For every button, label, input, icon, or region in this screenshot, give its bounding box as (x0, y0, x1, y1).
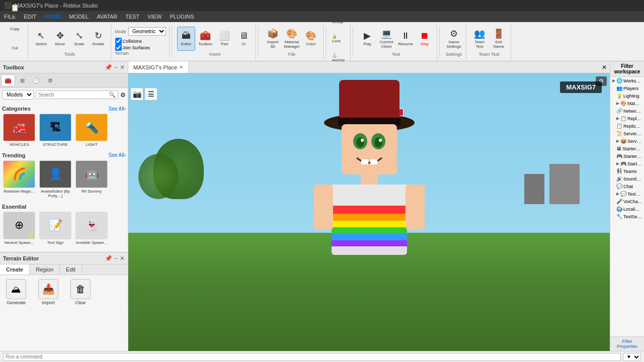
filter-properties-btn[interactable]: Filter Properties (610, 336, 644, 351)
status-dropdown[interactable]: ▼ (623, 353, 641, 361)
explorer-chat[interactable]: 💬 Chat (610, 183, 644, 190)
explorer-serversc[interactable]: 📜 ServerSc... (610, 130, 644, 137)
rotate-button[interactable]: ↻ Rotate (90, 27, 108, 51)
viewport-maximize-icon[interactable]: ✕ (599, 63, 610, 72)
explorer-lighting[interactable]: 💡 Lighting (610, 92, 644, 100)
terrain-minimize-icon[interactable]: − (114, 255, 118, 262)
collisions-checkbox[interactable] (115, 38, 122, 44)
explorer-replicate1[interactable]: ▶ 📋 Replicate... (610, 115, 644, 122)
generate-icon: ⛰ (6, 279, 26, 299)
explorer-voicha[interactable]: 🎤 VoiCha... (610, 198, 644, 205)
trending-rainbow[interactable]: 🌈 Rainbow Magic... (2, 159, 36, 200)
trending-r6-dummy[interactable]: 🤖 R6 Dummy (74, 159, 109, 200)
explorer-replicate2[interactable]: 📋 Replicate... (610, 122, 644, 130)
part-button[interactable]: ⬜ Part (215, 27, 233, 51)
explorer-teams[interactable]: 👫 Teams (610, 167, 644, 175)
game-settings-button[interactable]: ⚙ Game Settings (445, 27, 463, 51)
terrain-tab-region[interactable]: Region (30, 264, 60, 275)
toolbox-button[interactable]: 🧰 Toolbox (196, 27, 214, 51)
menu-edit[interactable]: EDIT (20, 11, 40, 22)
textchat-arrow: ▶ (616, 192, 619, 196)
explorer-workspace[interactable]: ▶ 🌐 Workspa... (610, 77, 644, 84)
starterpa-label: StarterPa... (623, 154, 642, 159)
tab-grid[interactable]: ⊞ (15, 74, 29, 86)
join-surfaces-checkbox[interactable] (115, 44, 122, 51)
vp-camera-btn[interactable]: 📷 (130, 87, 143, 101)
terrain-import-tool[interactable]: 📥 Import (36, 279, 60, 305)
select-button[interactable]: ↖ Select (32, 27, 50, 51)
search-input[interactable] (38, 92, 109, 98)
explorer-starterpa[interactable]: 🎮 StarterPa... (610, 152, 644, 160)
essential-invisible-spawn[interactable]: 👻 Invisible Spawn... (74, 211, 109, 246)
category-vehicles[interactable]: 🚒 VEHICLES (2, 113, 36, 148)
terrain-tab-create[interactable]: Create (0, 264, 30, 275)
team-test-button[interactable]: 👥 Team Test (470, 27, 489, 51)
terrain-tab-edit[interactable]: Edit (60, 264, 82, 275)
menu-plugins[interactable]: PLUGINS (166, 11, 198, 22)
toolbox-close-icon[interactable]: ✕ (120, 64, 125, 71)
stop-button[interactable]: ⏹ Stop (416, 27, 434, 51)
viewport-tab-place[interactable]: MAXSIG7's Place ✕ (128, 61, 189, 73)
explorer-testservi[interactable]: 🔧 TestServi... (610, 213, 644, 220)
menu-test[interactable]: TEST (121, 11, 143, 22)
group-button[interactable]: ▾ Group (331, 11, 347, 29)
explorer-starterpl[interactable]: ▶ 🎮 StarterPl... (610, 160, 644, 167)
play-button[interactable]: ▶ Play (358, 27, 376, 51)
import3d-button[interactable]: 📦 Import 3D (264, 27, 282, 51)
explorer-materials[interactable]: ▶ 🎨 Materials... (610, 100, 644, 107)
terrain-generate-tool[interactable]: ⛰ Generate (4, 279, 28, 305)
viewport-tab-close[interactable]: ✕ (179, 64, 183, 70)
explorer-localiza[interactable]: 🌍 Localiza... (610, 205, 644, 213)
cut-button[interactable]: Cut (7, 39, 23, 57)
tab-settings-toolbox[interactable]: ⚙ (43, 74, 57, 86)
category-light[interactable]: 🔦 LIGHT (74, 113, 109, 148)
trending-avatar-editor[interactable]: 👤 AvatarEditor [By Purly....] (38, 159, 72, 200)
exit-game-button[interactable]: 🚪 Exit Game (490, 27, 508, 51)
current-client-button[interactable]: 💻 Current Client (377, 27, 395, 51)
viewport[interactable]: MAXSIG7's Place ✕ ✕ (128, 61, 610, 351)
toolbox-minimize-icon[interactable]: − (114, 64, 118, 71)
explorer-network[interactable]: 🔗 Network... (610, 107, 644, 115)
explorer-serverst[interactable]: ▶ 📦 ServerSt... (610, 137, 644, 145)
ui-button[interactable]: 🖥 UI (234, 27, 253, 51)
toolbox-pin-icon[interactable]: 📌 (105, 64, 112, 71)
explorer-startergu[interactable]: 🖥 StarterGu... (610, 145, 644, 152)
trending-grid: 🌈 Rainbow Magic... 👤 AvatarEditor [By Pu… (2, 159, 126, 200)
explorer-soundse[interactable]: 🔊 SoundSe... (610, 175, 644, 183)
menu-model[interactable]: MODEL (65, 11, 93, 22)
menu-home[interactable]: HOME (40, 11, 65, 22)
color-button[interactable]: 🎨 Color (302, 27, 320, 51)
terrain-pin-icon[interactable]: 📌 (105, 255, 112, 262)
terrain-clear-tool[interactable]: 🗑 Clear (68, 279, 93, 305)
tab-toolbox[interactable]: 🧰 (1, 74, 15, 86)
svg-rect-11 (370, 159, 377, 164)
tab-recent[interactable]: 🕐 (29, 74, 43, 86)
explorer-players[interactable]: 👥 Players (610, 84, 644, 92)
paste-button[interactable]: 📋 Paste (7, 1, 23, 19)
editor-button[interactable]: 🏔 Editor (177, 27, 195, 51)
editor-icon: 🏔 (182, 31, 191, 41)
models-dropdown[interactable]: Models (2, 90, 34, 100)
essential-text-sign[interactable]: 📝 Text Sign (38, 211, 72, 246)
material-manager-button[interactable]: 🎨 Material Manager (283, 27, 301, 51)
explorer-textchat[interactable]: ▶ 💬 TextChat... (610, 190, 644, 198)
vp-list-btn[interactable]: ☰ (144, 87, 157, 101)
trending-see-all[interactable]: See All› (109, 152, 126, 158)
lock-button[interactable]: 🔒 Lock (331, 30, 347, 48)
categories-see-all[interactable]: See All› (109, 106, 126, 112)
menu-view[interactable]: VIEW (143, 11, 166, 22)
menu-avatar[interactable]: AVATAR (93, 11, 121, 22)
move-button[interactable]: ✥ Move (51, 27, 69, 51)
terrain-close-icon[interactable]: ✕ (120, 255, 125, 262)
replicate1-label: Replicate... (627, 116, 642, 121)
scale-button[interactable]: ⤡ Scale (70, 27, 89, 51)
sep2 (258, 27, 259, 57)
command-input[interactable] (3, 353, 621, 361)
copy-button[interactable]: Copy (7, 20, 23, 38)
mode-select[interactable]: Geometric (128, 27, 166, 36)
settings-small-icon[interactable]: ⚙ (120, 92, 126, 99)
resume-button[interactable]: ⏸ Resume (396, 27, 415, 51)
category-structure[interactable]: 🏗 STRUCTURE (38, 113, 72, 148)
lighting-icon: 💡 (616, 93, 622, 99)
essential-neutral-spawn[interactable]: ⊕ ⭐ Neutral Spawn... (2, 211, 36, 246)
